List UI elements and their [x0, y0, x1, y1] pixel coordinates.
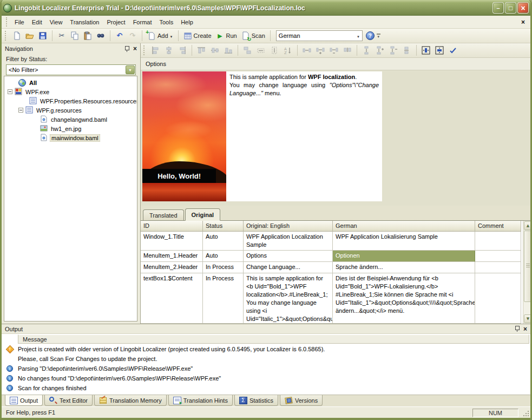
table-row[interactable]: MenuItem_1.Header Auto Options Optionen — [141, 251, 532, 262]
create-button[interactable]: Create — [182, 30, 213, 42]
add-button[interactable]: +Add — [146, 30, 175, 42]
size-to-content-width-button[interactable] — [254, 44, 267, 56]
new-button[interactable] — [11, 30, 23, 42]
space-across-remove-button[interactable] — [341, 44, 354, 56]
pin-icon[interactable] — [514, 326, 520, 332]
tab-translation-hints[interactable]: ➤ Translation Hints — [168, 395, 233, 406]
table-row[interactable]: Window_1.Title Auto WPF Application Loca… — [141, 232, 532, 251]
scroll-up-icon[interactable] — [524, 221, 532, 230]
cell-comment[interactable] — [475, 251, 521, 262]
maximize-button[interactable] — [505, 2, 516, 14]
center-horizontal-in-dialog-button[interactable] — [419, 44, 432, 56]
cell-comment[interactable] — [475, 273, 521, 324]
cell-german[interactable]: Sprache ändern... — [333, 262, 475, 273]
align-tops-button[interactable] — [195, 44, 208, 56]
cell-status[interactable]: Auto — [203, 232, 244, 251]
tab-versions[interactable]: Versions — [280, 395, 323, 406]
tab-original[interactable]: Original — [185, 208, 221, 221]
menu-format[interactable]: Format — [129, 17, 156, 27]
tab-translation-memory[interactable]: Translation Memory — [94, 395, 167, 406]
space-down-equal-button[interactable] — [360, 44, 373, 56]
cell-status[interactable]: In Process — [203, 262, 244, 273]
redo-button[interactable]: ↷ — [127, 30, 139, 42]
filter-combobox[interactable]: <No Filter> — [6, 64, 136, 75]
cell-english[interactable]: This is sample application for <b Uid="B… — [244, 273, 333, 324]
cell-english[interactable]: Change Language... — [244, 262, 333, 273]
make-same-size-button[interactable] — [241, 44, 254, 56]
pin-icon[interactable] — [124, 46, 130, 52]
scroll-down-icon[interactable] — [524, 314, 532, 323]
cell-german[interactable]: WPF Application Lokalisierung Sample — [333, 232, 475, 251]
minimize-button[interactable] — [492, 2, 504, 14]
navigation-close-icon[interactable] — [133, 45, 137, 52]
align-middles-button[interactable] — [208, 44, 221, 56]
cell-id[interactable]: Window_1.Title — [141, 232, 203, 251]
list-item[interactable]: i No changes found "D:\depot\interim\ver… — [2, 373, 530, 383]
cell-status[interactable]: In Process — [203, 273, 244, 324]
toolbar-overflow-icon[interactable] — [377, 34, 380, 38]
align-lefts-button[interactable] — [149, 44, 162, 56]
align-centers-button[interactable] — [162, 44, 175, 56]
cell-german[interactable]: Dies ist der Beispiel-Anwendung für <b U… — [333, 273, 475, 324]
paste-button[interactable] — [82, 30, 94, 42]
cell-id[interactable]: textBox1.$Content — [141, 273, 203, 324]
table-row[interactable]: textBox1.$Content In Process This is sam… — [141, 273, 532, 324]
check-dialog-button[interactable] — [446, 44, 459, 56]
collapse-expander-icon[interactable] — [8, 89, 12, 94]
space-across-increase-button[interactable] — [314, 44, 327, 56]
space-down-remove-button[interactable] — [400, 44, 413, 56]
undo-button[interactable]: ↶ — [114, 30, 126, 42]
cell-status[interactable]: Auto — [203, 251, 244, 262]
cell-english[interactable]: WPF Application Localization Sample — [244, 232, 333, 251]
save-button[interactable] — [37, 30, 49, 42]
menu-view[interactable]: View — [46, 17, 67, 27]
find-button[interactable] — [95, 30, 107, 42]
tree-item-g-resources[interactable]: WPF.g.resources — [4, 106, 137, 115]
align-bottoms-button[interactable] — [222, 44, 235, 56]
run-button[interactable]: ▶Run — [214, 30, 239, 42]
cut-button[interactable]: ✂ — [56, 30, 68, 42]
tree-item-mainwindow-baml[interactable]: mainwindow.baml — [4, 133, 137, 142]
menu-help[interactable]: Help — [177, 17, 197, 27]
copy-button[interactable] — [69, 30, 81, 42]
space-down-decrease-button[interactable] — [387, 44, 400, 56]
message-column-header[interactable]: Message — [18, 334, 529, 344]
cell-comment[interactable] — [475, 262, 521, 273]
preview-options-menu[interactable]: Options — [146, 61, 166, 67]
column-header-id[interactable]: ID — [141, 221, 203, 232]
table-row[interactable]: MenuItem_2.Header In Process Change Lang… — [141, 262, 532, 273]
column-header-english[interactable]: Original: English — [244, 221, 333, 232]
menu-translation[interactable]: Translation — [66, 17, 103, 27]
sort-az-button[interactable]: AZ — [281, 44, 294, 56]
menu-file[interactable]: File — [11, 17, 28, 27]
collapse-expander-icon[interactable] — [18, 108, 23, 113]
column-header-comment[interactable]: Comment — [475, 221, 521, 232]
column-header-status[interactable]: Status — [203, 221, 244, 232]
cell-english[interactable]: Options — [244, 251, 333, 262]
menu-edit[interactable]: Edit — [28, 17, 46, 27]
tree-item-hw1-en-jpg[interactable]: hw1_en.jpg — [4, 124, 137, 133]
list-item[interactable]: i Parsing "D:\depot\interim\ver6.0\Sampl… — [2, 364, 530, 373]
scrollbar-thumb[interactable] — [524, 231, 532, 302]
space-across-equal-button[interactable] — [300, 44, 313, 56]
cell-comment[interactable] — [475, 232, 521, 251]
tab-translated[interactable]: Translated — [143, 209, 184, 220]
list-item[interactable]: i Scan for changes finished — [2, 383, 530, 393]
space-across-decrease-button[interactable] — [327, 44, 340, 56]
tab-output[interactable]: Output — [5, 395, 43, 406]
chevron-down-icon[interactable] — [126, 65, 135, 74]
align-rights-button[interactable] — [176, 44, 189, 56]
center-vertical-in-dialog-button[interactable] — [433, 44, 446, 56]
scan-button[interactable]: ↻Scan — [240, 30, 267, 42]
grid-vertical-scrollbar[interactable] — [523, 221, 532, 324]
resize-grip[interactable] — [522, 410, 529, 416]
tree-item-all[interactable]: All — [4, 78, 137, 87]
help-icon[interactable]: ? — [366, 31, 375, 40]
language-combobox[interactable]: German — [276, 30, 363, 41]
open-button[interactable] — [24, 30, 36, 42]
list-item[interactable]: ! Project is created with older version … — [2, 344, 530, 354]
tree-item-properties-resources[interactable]: WPF.Properties.Resources.resources — [4, 96, 137, 106]
tree-item-changelangwnd-baml[interactable]: changelangwnd.baml — [4, 115, 137, 124]
tab-statistics[interactable]: Σ Statistics — [234, 395, 278, 406]
cell-german-selected[interactable]: Optionen — [333, 251, 475, 262]
